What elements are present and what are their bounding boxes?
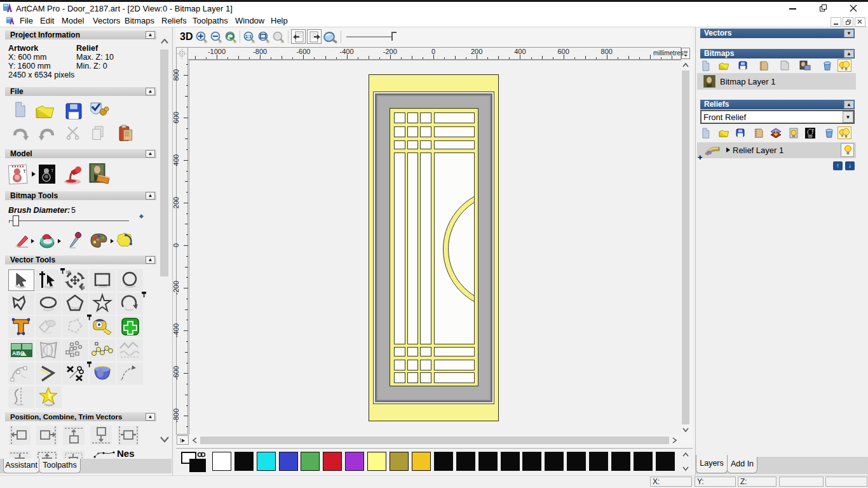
svg-text:T: T — [23, 168, 26, 174]
svg-text:1:1: 1:1 — [245, 34, 252, 39]
svg-text:T: T — [51, 168, 54, 173]
svg-text:a: a — [97, 451, 99, 455]
svg-text:T: T — [812, 128, 814, 132]
